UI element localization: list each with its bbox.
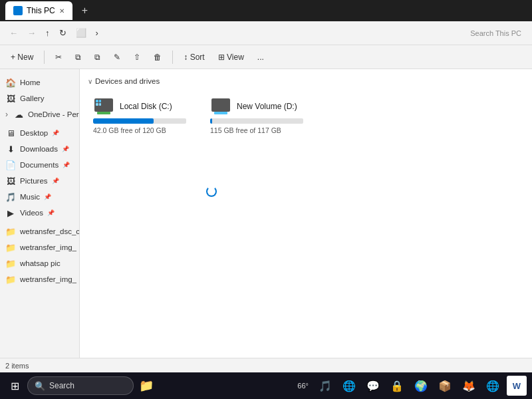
sidebar-item-home[interactable]: 🏠 Home <box>0 74 79 90</box>
folder-icon-4: 📁 <box>5 274 16 285</box>
drive-d-bar-container <box>210 118 303 124</box>
drive-c-item[interactable]: Local Disk (C:) 42.0 GB free of 120 GB <box>88 92 194 140</box>
temperature-display: 66° <box>295 382 311 390</box>
title-bar: This PC ✕ + <box>0 0 532 21</box>
navigation-toolbar: ← → ↑ ↻ ⬜ › Search This PC <box>0 21 532 45</box>
taskbar-word-icon[interactable]: W <box>507 376 527 396</box>
folder-icon-3: 📁 <box>5 258 16 269</box>
sidebar-item-desktop[interactable]: 🖥 Desktop 📌 <box>0 125 79 141</box>
drive-c-label: Local Disk (C:) <box>120 102 172 111</box>
drive-d-item[interactable]: New Volume (D:) 115 GB free of 117 GB <box>205 92 311 140</box>
folder-icon-1: 📁 <box>5 226 16 237</box>
taskbar: ⊞ 🔍 Search 📁 66° 🎵 🌐 💬 🔒 🌍 📦 🦊 🌐 W <box>0 372 532 399</box>
cut-button[interactable]: ✂ <box>50 50 67 65</box>
drive-d-label: New Volume (D:) <box>237 102 297 111</box>
taskbar-browser-icon[interactable]: 🌐 <box>339 376 359 396</box>
sidebar-label-music: Music <box>20 193 40 201</box>
taskbar-edge-icon[interactable]: 🌐 <box>483 376 503 396</box>
devices-and-drives-header: ∨ Devices and drives <box>88 77 524 85</box>
delete-button[interactable]: 🗑 <box>148 50 167 65</box>
share-button[interactable]: ⇧ <box>128 50 146 65</box>
new-tab-btn[interactable]: + <box>78 5 92 17</box>
sidebar-item-wetransfer3[interactable]: 📁 wetransfer_img_ <box>0 271 79 287</box>
item-count: 2 items <box>5 362 29 370</box>
loading-cursor <box>206 186 217 197</box>
drive-c-bar-container <box>93 118 186 124</box>
active-tab[interactable]: This PC ✕ <box>5 1 72 20</box>
view-button[interactable]: ⊞ View <box>213 50 249 65</box>
sidebar-item-wetransfer1[interactable]: 📁 wetransfer_dsc_c <box>0 223 79 239</box>
sidebar-item-downloads[interactable]: ⬇ Downloads 📌 <box>0 141 79 157</box>
pin-icon-pictures: 📌 <box>52 178 59 184</box>
taskbar-security-icon[interactable]: 🔒 <box>387 376 407 396</box>
taskbar-file-explorer-icon[interactable]: 📁 <box>136 376 156 396</box>
sidebar-item-wetransfer2[interactable]: 📁 wetransfer_img_ <box>0 239 79 255</box>
drive-d-header: New Volume (D:) <box>210 97 306 116</box>
sidebar-item-onedrive[interactable]: ☁ OneDrive - Perso <box>0 106 79 122</box>
documents-icon: 📄 <box>5 160 16 170</box>
sidebar-item-gallery[interactable]: 🖼 Gallery <box>0 90 79 106</box>
drive-c-icon <box>93 97 114 116</box>
breadcrumb-chevron: › <box>92 25 102 41</box>
drive-c-info: 42.0 GB free of 120 GB <box>93 126 189 134</box>
tab-label: This PC <box>27 6 55 15</box>
separator-1 <box>44 51 45 64</box>
sidebar-label-gallery: Gallery <box>20 94 44 102</box>
taskbar-firefox-icon[interactable]: 🦊 <box>459 376 479 396</box>
sidebar-item-videos[interactable]: ▶ Videos 📌 <box>0 205 79 221</box>
pin-icon-documents: 📌 <box>63 162 70 168</box>
separator-2 <box>172 51 173 64</box>
pin-icon-downloads: 📌 <box>62 146 69 152</box>
content-area: ∨ Devices and drives <box>80 69 532 358</box>
sidebar-label-videos: Videos <box>20 209 43 217</box>
drive-d-bar <box>210 118 212 124</box>
downloads-icon: ⬇ <box>5 144 16 154</box>
taskbar-chat-icon[interactable]: 💬 <box>363 376 383 396</box>
onedrive-icon: ☁ <box>13 109 24 120</box>
new-button[interactable]: + New <box>5 50 39 65</box>
sort-button[interactable]: ↕ Sort <box>178 50 209 65</box>
home-icon: 🏠 <box>5 77 16 88</box>
drive-c-bar <box>93 118 154 124</box>
pin-icon-desktop: 📌 <box>52 130 59 136</box>
sidebar-item-documents[interactable]: 📄 Documents 📌 <box>0 157 79 173</box>
sidebar-label-home: Home <box>20 78 41 86</box>
status-bar: 2 items <box>0 358 532 372</box>
drives-grid: Local Disk (C:) 42.0 GB free of 120 GB <box>88 92 524 140</box>
music-icon: 🎵 <box>5 192 16 202</box>
back-button[interactable]: ← <box>5 25 22 41</box>
pin-icon-videos: 📌 <box>47 209 55 216</box>
start-button[interactable]: ⊞ <box>5 377 25 395</box>
pin-icon-music: 📌 <box>44 194 51 200</box>
sidebar-label-wetransfer2: wetransfer_img_ <box>20 243 76 251</box>
more-button[interactable]: ... <box>252 50 269 65</box>
forward-button[interactable]: → <box>23 25 40 41</box>
sidebar-item-pictures[interactable]: 🖼 Pictures 📌 <box>0 173 79 189</box>
view-toggle-button[interactable]: ⬜ <box>72 25 90 41</box>
taskbar-package-icon[interactable]: 📦 <box>435 376 455 396</box>
command-bar: + New ✂ ⧉ ⧉ ✎ ⇧ 🗑 ↕ Sort ⊞ View ... <box>0 45 532 69</box>
taskbar-music-icon[interactable]: 🎵 <box>315 376 335 396</box>
videos-icon: ▶ <box>5 207 16 218</box>
sidebar: 🏠 Home 🖼 Gallery ☁ OneDrive - Perso 🖥 De… <box>0 69 80 358</box>
refresh-button[interactable]: ↻ <box>55 25 70 41</box>
sidebar-item-whatsap[interactable]: 📁 whatsap pic <box>0 255 79 271</box>
paste-button[interactable]: ⧉ <box>89 50 106 65</box>
taskbar-search-box[interactable]: 🔍 Search <box>27 376 134 395</box>
drive-d-info: 115 GB free of 117 GB <box>210 126 306 134</box>
up-button[interactable]: ↑ <box>41 25 54 41</box>
sidebar-item-music[interactable]: 🎵 Music 📌 <box>0 189 79 205</box>
search-this-pc-label: Search This PC <box>470 29 527 37</box>
tab-close-btn[interactable]: ✕ <box>59 7 65 15</box>
gallery-icon: 🖼 <box>5 93 16 104</box>
sidebar-label-onedrive: OneDrive - Perso <box>28 110 79 118</box>
section-label: Devices and drives <box>95 77 160 85</box>
main-layout: 🏠 Home 🖼 Gallery ☁ OneDrive - Perso 🖥 De… <box>0 69 532 358</box>
drive-c-header: Local Disk (C:) <box>93 97 189 116</box>
sidebar-label-downloads: Downloads <box>20 145 58 153</box>
pictures-icon: 🖼 <box>5 176 16 186</box>
taskbar-globe-icon[interactable]: 🌍 <box>411 376 431 396</box>
rename-button[interactable]: ✎ <box>108 50 126 65</box>
sidebar-label-documents: Documents <box>20 161 59 169</box>
copy-button[interactable]: ⧉ <box>70 50 86 65</box>
